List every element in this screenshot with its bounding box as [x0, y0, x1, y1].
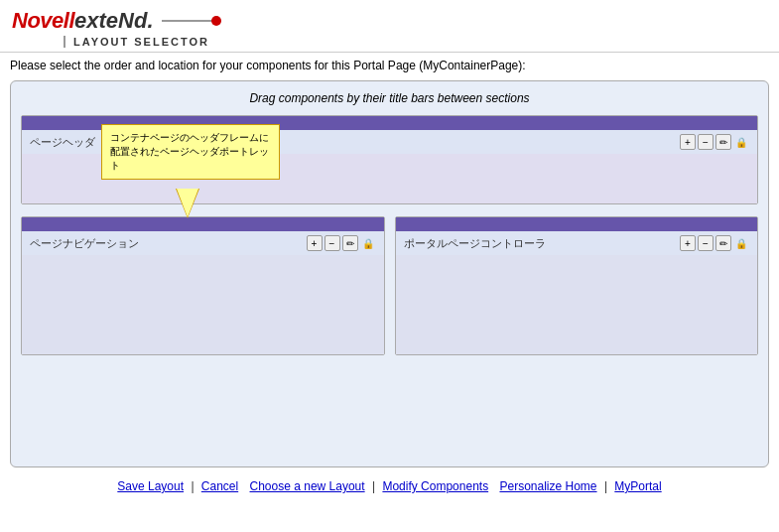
tooltip-arrow-inner	[177, 189, 198, 217]
nav-add-icon[interactable]: +	[307, 235, 323, 251]
nav-section: ページナビゲーション + − ✏ 🔒	[21, 216, 385, 355]
nav-edit-icon[interactable]: ✏	[342, 235, 358, 251]
page-header-label: ページヘッダ	[30, 135, 95, 150]
section-icons: + − ✏ 🔒	[680, 134, 749, 150]
controller-content	[396, 255, 758, 354]
instruction-text: Please select the order and location for…	[0, 53, 779, 78]
main-area: Drag components by their title bars betw…	[10, 80, 769, 467]
logo-decoration	[162, 20, 221, 22]
nav-content	[22, 255, 384, 354]
ctrl-edit-icon[interactable]: ✏	[715, 235, 731, 251]
nav-title-bar	[22, 217, 384, 231]
ctrl-add-icon[interactable]: +	[680, 235, 696, 251]
tooltip-box: コンテナページのヘッダフレームに配置されたページヘッダポートレット	[101, 124, 280, 180]
nav-icons: + − ✏ 🔒	[307, 235, 376, 251]
controller-label-row: ポータルページコントローラ + − ✏ 🔒	[396, 231, 758, 255]
nav-label: ページナビゲーション	[30, 236, 139, 251]
logo: Novell exteNd.	[12, 8, 767, 34]
nav-lock-icon: 🔒	[360, 235, 376, 251]
lock-icon: 🔒	[733, 134, 749, 150]
drag-instruction: Drag components by their title bars betw…	[21, 91, 758, 105]
remove-icon[interactable]: −	[698, 134, 714, 150]
nav-remove-icon[interactable]: −	[325, 235, 340, 251]
footer: Save Layout | Cancel Choose a new Layout…	[0, 471, 779, 501]
section-content: コンテナページのヘッダフレームに配置されたページヘッダポートレット	[22, 154, 757, 203]
ctrl-lock-icon: 🔒	[733, 235, 749, 251]
choose-new-layout-link[interactable]: Choose a new Layout	[250, 479, 365, 493]
header: Novell exteNd. LAYOUT SELECTOR	[0, 0, 779, 53]
page-header-section: ページヘッダ + − ✏ 🔒 コンテナページのヘッダフレームに配置されたページヘ…	[21, 115, 758, 204]
add-icon[interactable]: +	[680, 134, 696, 150]
save-layout-link[interactable]: Save Layout	[117, 479, 184, 493]
controller-section: ポータルページコントローラ + − ✏ 🔒	[395, 216, 759, 355]
sep5: |	[604, 479, 610, 493]
sep3: |	[372, 479, 378, 493]
ctrl-remove-icon[interactable]: −	[698, 235, 714, 251]
nav-label-row: ページナビゲーション + − ✏ 🔒	[22, 231, 384, 255]
controller-title-bar	[396, 217, 758, 231]
edit-icon[interactable]: ✏	[715, 134, 731, 150]
controller-label: ポータルページコントローラ	[404, 236, 546, 251]
personalize-home-link[interactable]: Personalize Home	[499, 479, 596, 493]
sep1: |	[191, 479, 196, 493]
controller-icons: + − ✏ 🔒	[680, 235, 749, 251]
logo-extend: exteNd.	[74, 8, 153, 34]
modify-components-link[interactable]: Modify Components	[382, 479, 488, 493]
cancel-link[interactable]: Cancel	[201, 479, 238, 493]
my-portal-link[interactable]: MyPortal	[614, 479, 661, 493]
bottom-sections: ページナビゲーション + − ✏ 🔒 ポータルページコントローラ + − ✏ �	[21, 216, 758, 355]
logo-novell: Novell	[12, 8, 74, 34]
layout-selector-label: LAYOUT SELECTOR	[64, 36, 767, 48]
